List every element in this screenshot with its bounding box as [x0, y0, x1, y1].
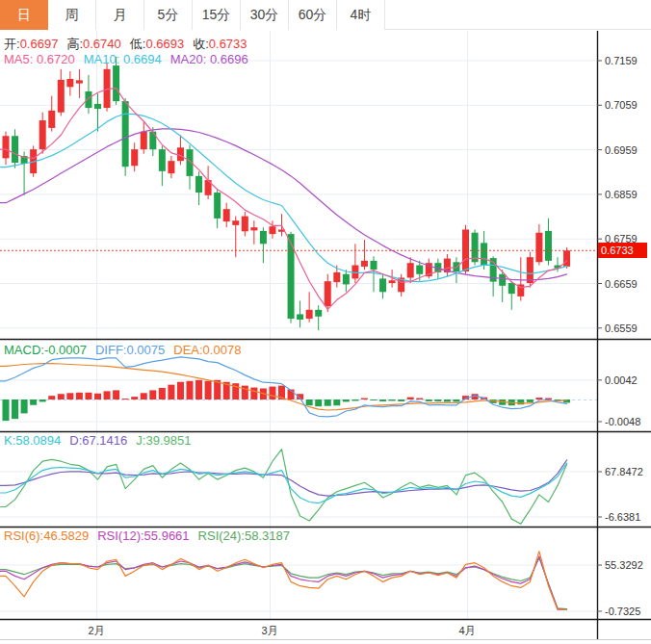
ohlc-info-row: 开:0.6697高:0.6740低:0.6693收:0.6733	[4, 36, 256, 53]
price-axis-label: 0.6559	[605, 322, 638, 335]
chart-canvas[interactable]	[0, 0, 651, 644]
macd-hist-bar	[517, 399, 524, 404]
macd-hist-bar	[39, 399, 46, 401]
macd-hist-bar	[85, 393, 91, 399]
candle-body	[223, 209, 230, 221]
price-axis-label: 0.7159	[605, 54, 638, 67]
macd-value: DIFF:0.0075	[95, 343, 165, 357]
macd-hist-bar	[343, 399, 350, 401]
candle-body	[250, 227, 257, 230]
price-axis-label: 0.6959	[605, 143, 638, 157]
candle-body	[535, 233, 542, 263]
macd-hist-bar	[407, 398, 414, 399]
candle-body	[48, 111, 55, 128]
macd-hist-bar	[168, 385, 174, 399]
macd-hist-bar	[94, 394, 101, 399]
rsi6-line	[0, 552, 567, 610]
tab-month[interactable]: 月	[96, 0, 144, 30]
macd-hist-bar	[398, 399, 404, 401]
ohlc-value: 低:0.6693	[130, 37, 184, 51]
macd-hist-bar	[66, 393, 73, 399]
j-line	[0, 450, 567, 525]
macd-hist-bar	[416, 399, 423, 399]
candle-body	[3, 136, 10, 158]
candle-body	[325, 281, 331, 306]
month-axis-label: 4月	[448, 624, 486, 638]
rsi12-line	[0, 556, 567, 610]
kdj-info-row: K:58.0894D:67.1416J:39.9851	[4, 433, 199, 448]
ma-value: MA5: 0.6720	[4, 52, 75, 66]
candle-body	[12, 136, 18, 163]
candle-body	[371, 261, 378, 270]
macd-hist-bar	[159, 388, 166, 399]
macd-info-row: MACD:-0.0007DIFF:0.0075DEA:0.0078	[4, 343, 249, 357]
candle-body	[195, 176, 202, 193]
k-line	[0, 463, 567, 503]
macd-hist-bar	[122, 399, 129, 399]
candle-body	[527, 257, 534, 283]
macd-hist-bar	[535, 398, 542, 399]
rsi-value: RSI(6):46.5829	[4, 528, 89, 543]
macd-axis-label: 0.0042	[605, 374, 638, 387]
macd-hist-bar	[205, 381, 212, 399]
macd-hist-bar	[195, 380, 202, 399]
macd-hist-bar	[113, 390, 119, 399]
ma-value: MA10: 0.6694	[84, 52, 162, 66]
macd-hist-bar	[3, 399, 10, 421]
tab-day[interactable]: 日	[0, 0, 48, 30]
tab-15min[interactable]: 15分	[193, 0, 241, 30]
macd-hist-bar	[352, 399, 358, 400]
price-axis-label: 0.6859	[605, 188, 638, 201]
candle-body	[149, 132, 156, 150]
macd-hist-bar	[269, 387, 275, 399]
macd-axis-label: -0.0048	[605, 415, 640, 428]
candle-body	[113, 65, 119, 101]
candle-body	[39, 120, 46, 149]
candle-body	[508, 283, 515, 294]
candle-body	[389, 280, 396, 283]
macd-hist-bar	[444, 399, 451, 401]
macd-hist-bar	[250, 388, 257, 399]
macd-hist-bar	[177, 382, 184, 399]
candle-body	[416, 266, 423, 274]
rsi-axis-label: -0.7325	[605, 605, 640, 618]
ohlc-value: 开:0.6697	[4, 37, 58, 51]
candle-body	[379, 278, 386, 292]
macd-hist-bar	[48, 396, 55, 399]
macd-hist-bar	[12, 399, 18, 419]
candle-body	[297, 314, 303, 320]
macd-value: MACD:-0.0007	[4, 343, 87, 357]
price-axis-label: 0.7059	[605, 98, 638, 112]
candle-body	[407, 263, 414, 277]
macd-hist-bar	[434, 399, 441, 401]
tab-4h[interactable]: 4时	[337, 0, 385, 30]
candle-body	[563, 250, 570, 267]
macd-hist-bar	[149, 390, 156, 399]
macd-hist-bar	[242, 386, 248, 399]
candle-body	[343, 274, 350, 285]
tab-30min[interactable]: 30分	[241, 0, 289, 30]
candle-body	[168, 161, 174, 173]
month-axis-label: 2月	[77, 624, 116, 638]
macd-hist-bar	[333, 399, 340, 405]
tab-60min[interactable]: 60分	[289, 0, 337, 30]
macd-hist-bar	[426, 399, 432, 401]
macd-hist-bar	[361, 399, 368, 399]
kdj-value: K:58.0894	[4, 433, 61, 448]
kdj-axis-label: -6.6381	[605, 510, 640, 524]
candle-body	[131, 149, 138, 166]
macd-hist-bar	[76, 393, 83, 399]
macd-hist-bar	[453, 399, 459, 401]
macd-hist-bar	[389, 399, 396, 400]
candle-body	[242, 217, 248, 232]
tab-week[interactable]: 周	[48, 0, 96, 30]
ma-value: MA20: 0.6696	[170, 52, 248, 66]
rsi-info-row: RSI(6):46.5829RSI(12):55.9661RSI(24):58.…	[4, 528, 299, 543]
macd-hist-bar	[379, 399, 386, 401]
tab-5min[interactable]: 5分	[144, 0, 193, 30]
candle-body	[141, 132, 147, 150]
price-axis-label: 0.6659	[605, 277, 638, 291]
ohlc-value: 高:0.6740	[66, 37, 120, 51]
macd-hist-bar	[187, 381, 194, 399]
candle-body	[177, 147, 184, 161]
